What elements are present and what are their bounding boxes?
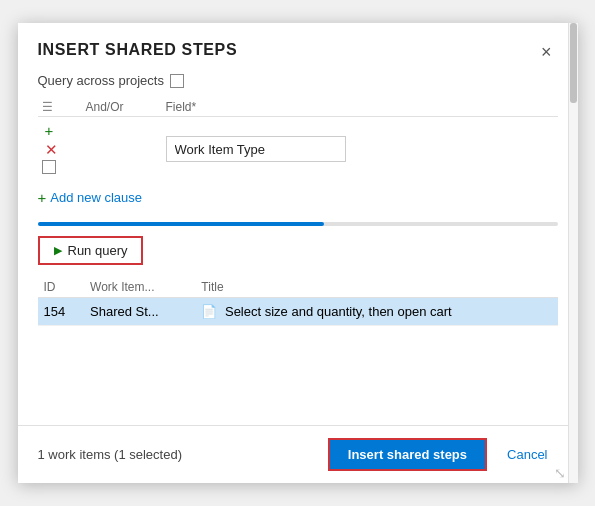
scrollbar[interactable] xyxy=(568,23,578,483)
remove-row-button[interactable]: ✕ xyxy=(42,140,61,160)
col-header-andor: And/Or xyxy=(82,98,162,117)
filter-row-field xyxy=(162,117,558,182)
results-table: ID Work Item... Title 154 Shared St... 📄… xyxy=(38,277,558,326)
filter-row-icons: + ✕ xyxy=(38,117,82,182)
add-new-clause-button[interactable]: + Add new clause xyxy=(38,185,143,210)
row-checkbox[interactable] xyxy=(42,160,56,174)
footer-status: 1 work items (1 selected) xyxy=(38,447,318,462)
filter-row-andor xyxy=(82,117,162,182)
results-col-id: ID xyxy=(38,277,85,298)
add-clause-label: Add new clause xyxy=(50,190,142,205)
field-value-input[interactable] xyxy=(166,136,346,162)
dialog-body: Query across projects ☰ And/Or Field* + xyxy=(18,73,578,417)
query-across-projects-checkbox[interactable] xyxy=(170,74,184,88)
scrollbar-thumb xyxy=(570,23,577,103)
results-col-title: Title xyxy=(195,277,557,298)
col-header-icons: ☰ xyxy=(38,98,82,117)
shared-steps-icon: 📄 xyxy=(201,304,217,319)
run-query-button[interactable]: ▶ Run query xyxy=(38,236,144,265)
results-col-type: Work Item... xyxy=(84,277,195,298)
progress-bar-container xyxy=(38,222,558,226)
progress-bar xyxy=(38,222,324,226)
dialog-header: INSERT SHARED STEPS × xyxy=(18,23,578,73)
dialog-footer: 1 work items (1 selected) Insert shared … xyxy=(18,425,578,483)
table-row[interactable]: 154 Shared St... 📄 Select size and quant… xyxy=(38,298,558,326)
filter-table: ☰ And/Or Field* + ✕ xyxy=(38,98,558,181)
query-across-projects-row: Query across projects xyxy=(38,73,558,88)
add-row-button[interactable]: + xyxy=(42,121,57,140)
insert-shared-steps-dialog: INSERT SHARED STEPS × Query across proje… xyxy=(18,23,578,483)
result-title: 📄 Select size and quantity, then open ca… xyxy=(195,298,557,326)
close-button[interactable]: × xyxy=(535,41,558,63)
col-header-field: Field* xyxy=(162,98,558,117)
result-type: Shared St... xyxy=(84,298,195,326)
dialog-title: INSERT SHARED STEPS xyxy=(38,41,238,59)
cancel-button[interactable]: Cancel xyxy=(497,440,557,469)
insert-shared-steps-button[interactable]: Insert shared steps xyxy=(328,438,487,471)
play-icon: ▶ xyxy=(54,244,62,257)
query-across-projects-label: Query across projects xyxy=(38,73,164,88)
run-query-label: Run query xyxy=(68,243,128,258)
add-clause-plus-icon: + xyxy=(38,189,47,206)
filter-row: + ✕ xyxy=(38,117,558,182)
resize-handle[interactable]: ⤡ xyxy=(554,465,566,481)
result-id: 154 xyxy=(38,298,85,326)
